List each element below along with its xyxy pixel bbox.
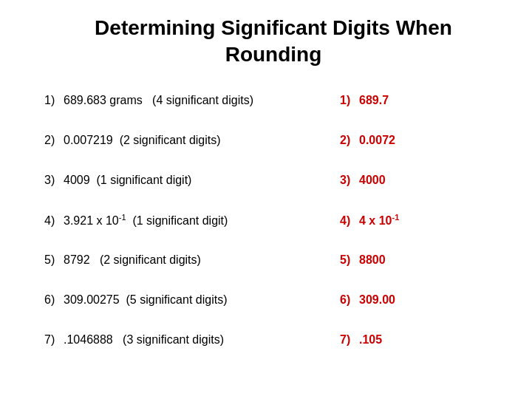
- problem-number-3: 3): [44, 172, 61, 188]
- answer-row-2: 2) 0.0072: [340, 126, 502, 166]
- answer-number-1: 1): [340, 92, 356, 109]
- answer-number-5: 5): [340, 252, 356, 268]
- problem-4-exp: -1: [119, 213, 126, 222]
- answer-text-5: 8800: [359, 252, 386, 268]
- problem-number-6: 6): [44, 292, 61, 308]
- problems-right: 1) 689.7 2) 0.0072 3) 4000 4) 4 x 10-1 5…: [340, 86, 502, 384]
- problem-number-5: 5): [44, 252, 61, 268]
- answer-row-7: 7) .105: [340, 326, 502, 366]
- answer-text-6: 309.00: [359, 292, 395, 308]
- problem-text-1: 689.683 grams (4 significant digits): [64, 92, 253, 109]
- answer-row-5: 5) 8800: [340, 246, 502, 286]
- answer-number-2: 2): [340, 132, 356, 149]
- problem-row-6: 6) 309.00275 (5 significant digits): [44, 286, 340, 326]
- problem-text-5: 8792 (2 significant digits): [64, 252, 201, 268]
- problem-number-7: 7): [44, 332, 61, 348]
- answer-number-4: 4): [340, 213, 356, 229]
- problem-text-4: 3.921 x 10-1 (1 significant digit): [64, 212, 228, 230]
- problems-container: 1) 689.683 grams (4 significant digits) …: [44, 86, 502, 384]
- page: Determining Significant Digits When Roun…: [0, 0, 532, 399]
- problem-text-6: 309.00275 (5 significant digits): [64, 292, 227, 308]
- answer-row-6: 6) 309.00: [340, 286, 502, 326]
- title-area: Determining Significant Digits When Roun…: [44, 15, 502, 69]
- problem-text-3: 4009 (1 significant digit): [64, 172, 191, 188]
- problem-row-3: 3) 4009 (1 significant digit): [44, 166, 340, 206]
- answer-text-3: 4000: [359, 172, 386, 188]
- answer-number-6: 6): [340, 292, 356, 308]
- problem-number-1: 1): [44, 92, 61, 109]
- problem-row-4: 4) 3.921 x 10-1 (1 significant digit): [44, 206, 340, 246]
- answer-row-1: 1) 689.7: [340, 86, 502, 126]
- answer-number-7: 7): [340, 332, 356, 348]
- answer-text-2: 0.0072: [359, 132, 395, 149]
- title-line1: Determining Significant Digits When: [95, 16, 452, 39]
- problem-number-4: 4): [44, 213, 61, 229]
- problem-row-1: 1) 689.683 grams (4 significant digits): [44, 86, 340, 126]
- answer-4-exp: -1: [392, 213, 399, 222]
- page-title: Determining Significant Digits When Roun…: [44, 15, 502, 69]
- answer-row-3: 3) 4000: [340, 166, 502, 206]
- title-line2: Rounding: [225, 43, 322, 66]
- answer-text-4: 4 x 10-1: [359, 212, 399, 230]
- problem-number-2: 2): [44, 132, 61, 149]
- problem-row-5: 5) 8792 (2 significant digits): [44, 246, 340, 286]
- answer-text-7: .105: [359, 332, 382, 348]
- answer-row-4: 4) 4 x 10-1: [340, 206, 502, 246]
- problems-left: 1) 689.683 grams (4 significant digits) …: [44, 86, 340, 384]
- problem-text-2: 0.007219 (2 significant digits): [64, 132, 221, 149]
- answer-number-3: 3): [340, 172, 356, 188]
- problem-row-7: 7) .1046888 (3 significant digits): [44, 326, 340, 366]
- answer-text-1: 689.7: [359, 92, 389, 109]
- problem-row-2: 2) 0.007219 (2 significant digits): [44, 126, 340, 166]
- problem-text-7: .1046888 (3 significant digits): [64, 332, 224, 348]
